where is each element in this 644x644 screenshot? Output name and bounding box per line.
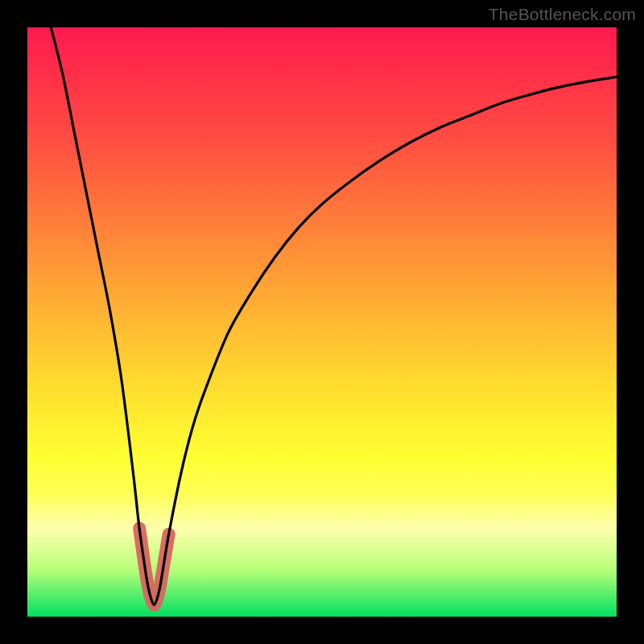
bottleneck-curve [51,27,617,605]
chart-frame: TheBottleneck.com [0,0,644,644]
curve-svg [27,27,617,617]
plot-area [27,27,617,617]
watermark-text: TheBottleneck.com [489,5,636,24]
